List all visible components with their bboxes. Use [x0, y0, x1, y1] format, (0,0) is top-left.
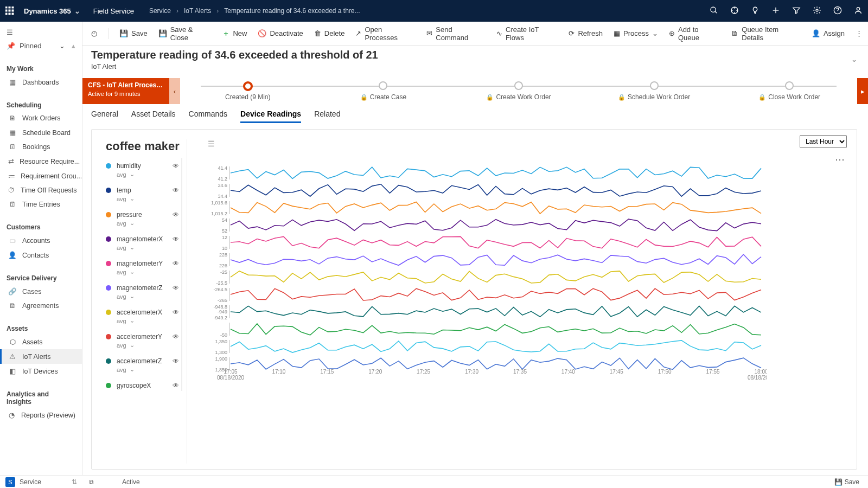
nav-item[interactable]: 👤Contacts [0, 248, 82, 262]
crumb[interactable]: Service [149, 7, 171, 15]
footer-save[interactable]: 💾 Save [834, 478, 868, 486]
nav-item[interactable]: 🗓Time Entries [0, 197, 82, 211]
nav-item[interactable]: ◧IoT Devices [0, 364, 82, 378]
visibility-icon[interactable]: 👁 [173, 162, 179, 170]
visibility-icon[interactable]: 👁 [173, 187, 179, 194]
gear-icon[interactable] [813, 6, 821, 16]
expand-icon[interactable]: ⌄ [851, 55, 857, 63]
visibility-icon[interactable]: 👁 [173, 284, 179, 292]
more-icon[interactable]: ⋯ [835, 153, 846, 165]
plus-icon[interactable] [771, 6, 780, 16]
visibility-icon[interactable]: 👁 [173, 333, 179, 341]
nav-item[interactable]: ▦Schedule Board [0, 125, 82, 140]
nav-section-title: Service Delivery [0, 272, 82, 284]
legend-item[interactable]: magnetometerYavg⌄👁 [106, 255, 179, 280]
svg-text:-264.5: -264.5 [213, 287, 227, 292]
go-back-button[interactable]: ◴ [91, 29, 97, 37]
nav-item[interactable]: 🗎Work Orders [0, 111, 82, 125]
svg-text:17:40: 17:40 [561, 369, 575, 375]
time-range-select[interactable]: Last Hour [800, 135, 847, 148]
legend-item[interactable]: accelerometerXavg⌄👁 [106, 304, 179, 329]
legend-item[interactable]: magnetometerZavg⌄👁 [106, 280, 179, 304]
hamburger-icon[interactable]: ☰ [0, 26, 82, 38]
nav-item[interactable]: ◔Reports (Preview) [0, 408, 82, 422]
brand[interactable]: Dynamics 365 ⌄ [24, 7, 80, 15]
area-switcher[interactable]: SService⇅ [0, 477, 82, 487]
tab[interactable]: Device Readings [240, 110, 301, 123]
svg-text:-265: -265 [218, 298, 227, 303]
svg-rect-8 [12, 13, 14, 15]
user-icon[interactable] [854, 6, 863, 16]
tab[interactable]: Asset Details [131, 110, 176, 123]
assign-button[interactable]: 👤 Assign [812, 29, 845, 37]
target-icon[interactable] [730, 6, 739, 16]
process-stage[interactable]: 🔒Close Work Order [722, 78, 857, 104]
legend-item[interactable]: accelerometerYavg⌄👁 [106, 329, 179, 353]
process-header[interactable]: CFS - IoT Alert Process Fl... Active for… [82, 78, 169, 104]
queue-item-button[interactable]: 🗎 Queue Item Details [731, 25, 801, 42]
nav-item[interactable]: ⇄Resource Require... [0, 154, 82, 169]
legend-item[interactable]: pressureavg⌄👁 [106, 207, 179, 231]
tab[interactable]: General [91, 110, 118, 123]
nav-item[interactable]: ⚠IoT Alerts [0, 349, 82, 364]
process-stage[interactable]: 🔒Schedule Work Order [586, 78, 722, 104]
visibility-icon[interactable]: 👁 [173, 382, 179, 389]
pinned-section[interactable]: 📌Pinned ⌄▴ [0, 38, 82, 53]
nav-item[interactable]: 🗎Agreements [0, 299, 82, 313]
tab[interactable]: Related [314, 110, 340, 123]
legend-item[interactable]: magnetometerXavg⌄👁 [106, 231, 179, 255]
svg-text:54: 54 [222, 217, 227, 223]
tab[interactable]: Commands [189, 110, 228, 123]
svg-rect-2 [12, 7, 14, 8]
process-stage[interactable]: 🔒Create Case [316, 78, 451, 104]
bulb-icon[interactable] [751, 6, 760, 16]
svg-point-9 [711, 7, 716, 12]
popout-icon[interactable]: ⧉ [82, 478, 100, 486]
visibility-icon[interactable]: 👁 [173, 357, 179, 365]
visibility-icon[interactable]: 👁 [173, 309, 179, 316]
visibility-icon[interactable]: 👁 [173, 260, 179, 267]
svg-text:08/18/2020: 08/18/2020 [217, 375, 244, 381]
crumb[interactable]: IoT Alerts [184, 7, 211, 15]
svg-rect-4 [9, 10, 10, 11]
nav-item[interactable]: ⏱Time Off Requests [0, 183, 82, 197]
delete-button[interactable]: 🗑 Delete [314, 29, 345, 37]
legend-item[interactable]: tempavg⌄👁 [106, 182, 179, 207]
nav-item[interactable]: 🔗Cases [0, 284, 82, 299]
process-stage[interactable]: Created (9 Min) [180, 78, 316, 104]
send-command-button[interactable]: ✉ Send Command [426, 25, 486, 42]
create-flows-button[interactable]: ∿ Create IoT Flows [496, 25, 558, 42]
form-tabs: GeneralAsset DetailsCommandsDevice Readi… [91, 110, 340, 123]
nav-item[interactable]: 🗓Bookings [0, 140, 82, 154]
process-stage[interactable]: 🔒Create Work Order [451, 78, 586, 104]
nav-item[interactable]: ⬡Assets [0, 335, 82, 349]
save-button[interactable]: 💾 Save [119, 29, 148, 37]
help-icon[interactable] [833, 6, 842, 16]
legend-item[interactable]: gyroscopeXavg⌄👁 [106, 377, 179, 391]
process-advance-button[interactable]: ▸ [857, 78, 868, 104]
add-to-queue-button[interactable]: ⊕ Add to Queue [669, 25, 720, 42]
save-close-button[interactable]: 💾 Save & Close [158, 25, 212, 42]
waffle-icon[interactable] [5, 7, 14, 15]
visibility-icon[interactable]: 👁 [173, 211, 179, 219]
legend-item[interactable]: humidityavg⌄👁 [106, 158, 179, 182]
process-button[interactable]: ▦ Process ⌄ [614, 29, 658, 37]
svg-text:34.4: 34.4 [218, 194, 227, 199]
deactivate-button[interactable]: 🚫 Deactivate [258, 29, 303, 37]
overflow-icon[interactable]: ⋮ [856, 29, 863, 37]
layers-icon[interactable]: ☰ [208, 139, 215, 148]
visibility-icon[interactable]: 👁 [173, 235, 179, 243]
process-collapse-button[interactable]: ‹ [169, 78, 180, 104]
svg-line-10 [715, 11, 717, 13]
legend-item[interactable]: accelerometerZavg⌄👁 [106, 353, 179, 377]
open-processes-button[interactable]: ↗ Open Processes [355, 25, 416, 42]
nav-item[interactable]: ▭Accounts [0, 233, 82, 248]
filter-icon[interactable] [792, 6, 801, 16]
module-name[interactable]: Field Service [93, 7, 134, 15]
refresh-button[interactable]: ⟳ Refresh [569, 29, 603, 37]
nav-item[interactable]: ▦Dashboards [0, 75, 82, 89]
new-button[interactable]: ＋ New [222, 29, 247, 38]
nav-item[interactable]: ≔Requirement Grou... [0, 169, 82, 183]
svg-text:17:45: 17:45 [610, 369, 623, 375]
search-icon[interactable] [710, 6, 718, 16]
